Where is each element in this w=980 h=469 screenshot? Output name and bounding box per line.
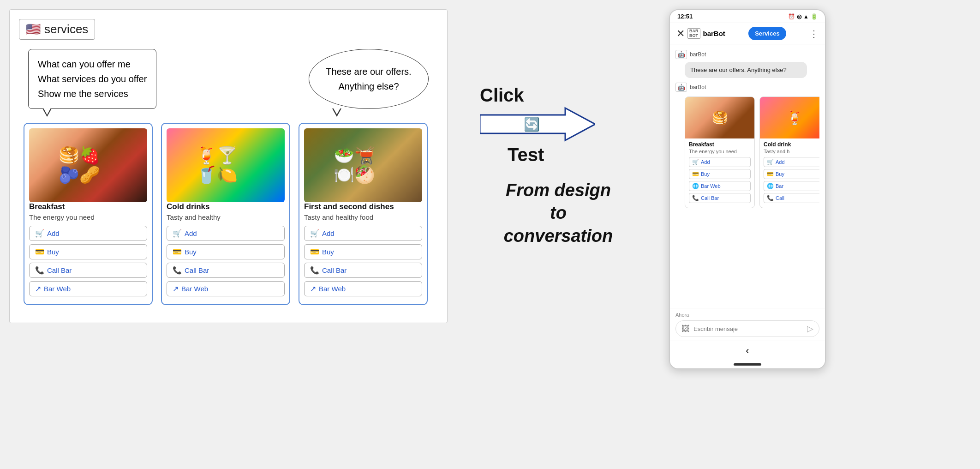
accessibility-icon: ◎ [797,13,801,20]
mini-phone-icon-2: 📞 [767,195,774,201]
services-badge: 🇺🇸 services [19,19,95,40]
mini-breakfast-image: 🥞 [685,97,754,138]
mini-add-btn-1[interactable]: 🛒 Add [689,157,751,167]
breakfast-card: Breakfast The energy you need 🛒 Add 💳 Bu… [24,123,153,305]
status-icons: ⏰ ◎ ▲ 🔋 [788,13,818,20]
dishes-title: First and second dishes [304,202,422,211]
mini-buy-btn-1[interactable]: 💳 Buy [689,169,751,179]
refresh-icon: 🔄 [524,116,540,132]
drinks-buy-btn[interactable]: 💳 Buy [167,244,285,259]
breakfast-title: Breakfast [29,202,147,211]
drinks-call-btn[interactable]: 📞 Call Bar [167,263,285,278]
bot-avatar-icon: 🤖 [675,50,687,59]
close-button[interactable]: ✕ [676,28,685,40]
timestamp: Ahora [675,312,819,318]
mini-drink-content: Cold drink Tasty and h 🛒 Add 💳 Buy 🌐 Bar… [760,138,819,208]
mini-drink-image: 🍹 [760,97,819,138]
dishes-call-btn[interactable]: 📞 Call Bar [304,263,422,278]
bot-name-row-1: 🤖 barBot [675,50,819,59]
mini-buy-icon-2: 💳 [767,171,774,177]
buy-icon: 💳 [35,247,44,256]
mini-call-btn-1[interactable]: 📞 Call Bar [689,193,751,203]
cold-drinks-card: Cold drinks Tasty and healthy 🛒 Add 💳 Bu… [161,123,290,305]
services-button-phone[interactable]: Services [748,27,786,40]
breakfast-call-btn[interactable]: 📞 Call Bar [29,263,147,278]
home-pill [734,363,761,366]
phone-bottom: Ahora 🖼 ▷ [670,308,825,341]
speech-bubbles-row: What can you offer meWhat services do yo… [19,49,438,109]
add-icon-2: 🛒 [173,229,182,238]
bot-name-row-2: 🤖 barBot [675,83,819,92]
message-input[interactable] [693,325,803,332]
bot-message-2: 🤖 barBot 🥞 Breakfast The energy you need… [675,83,819,210]
mini-cards-container: 🥞 Breakfast The energy you need 🛒 Add 💳 … [685,95,819,210]
phone-mockup: 12:51 ⏰ ◎ ▲ 🔋 ✕ BARBOT barBot Services ⋮ [669,9,826,369]
home-indicator [670,361,825,368]
user-bubble: What can you offer meWhat services do yo… [28,49,156,109]
status-time: 12:51 [677,13,693,20]
mini-breakfast-subtitle: The energy you need [689,149,751,154]
phone-icon-2: 📞 [173,266,182,275]
click-test-arrow: 🔄 [480,106,595,143]
user-bubble-text: What can you offer meWhat services do yo… [38,59,147,99]
mini-drink-subtitle: Tasty and h [764,149,819,154]
click-label: Click [480,85,524,106]
bot-text-bubble-1: These are our offers. Anything else? [685,62,807,78]
breakfast-web-btn[interactable]: ↗ Bar Web [29,281,147,296]
message-input-row[interactable]: 🖼 ▷ [675,320,819,337]
from-design-text: From designtoconversation [504,179,613,247]
send-icon[interactable]: ▷ [807,324,813,334]
back-nav-icon[interactable]: ‹ [746,345,749,357]
mini-cart-icon-2: 🛒 [767,159,774,165]
dishes-add-btn[interactable]: 🛒 Add [304,226,422,241]
drinks-web-btn[interactable]: ↗ Bar Web [167,281,285,296]
photo-icon[interactable]: 🖼 [681,324,690,334]
link-icon-3: ↗ [310,284,316,293]
menu-dots-icon[interactable]: ⋮ [809,28,819,39]
mini-web-btn-1[interactable]: 🌐 Bar Web [689,181,751,191]
drinks-add-btn[interactable]: 🛒 Add [167,226,285,241]
bot-name-label-1: barBot [690,51,706,58]
link-icon-2: ↗ [173,284,179,293]
bot-bubble-left: These are our offers. Anything else? [309,49,429,109]
mini-cart-icon: 🛒 [692,159,699,165]
drinks-subtitle: Tasty and healthy [167,213,285,221]
breakfast-image [29,128,147,202]
mini-breakfast-card: 🥞 Breakfast The energy you need 🛒 Add 💳 … [685,96,755,208]
chat-area[interactable]: 🤖 barBot These are our offers. Anything … [670,44,825,308]
click-test-area: Click 🔄 Test [480,85,637,165]
flag-icon: 🇺🇸 [26,22,41,36]
barbot-name: barBot [703,30,725,37]
test-label: Test [508,144,544,165]
mini-breakfast-content: Breakfast The energy you need 🛒 Add 💳 Bu… [685,138,754,208]
mini-breakfast-title: Breakfast [689,141,751,148]
add-icon-3: 🛒 [310,229,319,238]
mini-globe-icon-2: 🌐 [767,183,774,189]
cards-row: Breakfast The energy you need 🛒 Add 💳 Bu… [19,123,438,305]
battery-icon: 🔋 [811,13,818,20]
bot-avatar-icon-2: 🤖 [675,83,687,92]
nav-bar-bottom: ‹ [670,341,825,361]
drinks-title: Cold drinks [167,202,285,211]
mini-globe-icon: 🌐 [692,183,699,189]
add-icon: 🛒 [35,229,44,238]
link-icon: ↗ [35,284,41,293]
bot-name-label-2: barBot [690,84,706,90]
header-left: ✕ BARBOT barBot [676,28,725,40]
mini-phone-icon: 📞 [692,195,699,201]
dishes-image [304,128,422,202]
breakfast-add-btn[interactable]: 🛒 Add [29,226,147,241]
mini-buy-icon: 💳 [692,171,699,177]
dishes-buy-btn[interactable]: 💳 Buy [304,244,422,259]
breakfast-buy-btn[interactable]: 💳 Buy [29,244,147,259]
dishes-web-btn[interactable]: ↗ Bar Web [304,281,422,296]
mini-web-btn-2[interactable]: 🌐 Bar [764,181,819,191]
mini-buy-btn-2[interactable]: 💳 Buy [764,169,819,179]
services-label: services [44,22,88,36]
breakfast-subtitle: The energy you need [29,213,147,221]
dishes-card: First and second dishes Tasty and health… [299,123,428,305]
mini-add-btn-2[interactable]: 🛒 Add [764,157,819,167]
buy-icon-2: 💳 [173,247,182,256]
mini-call-btn-2[interactable]: 📞 Call [764,193,819,203]
barbot-logo: BARBOT [687,28,700,39]
